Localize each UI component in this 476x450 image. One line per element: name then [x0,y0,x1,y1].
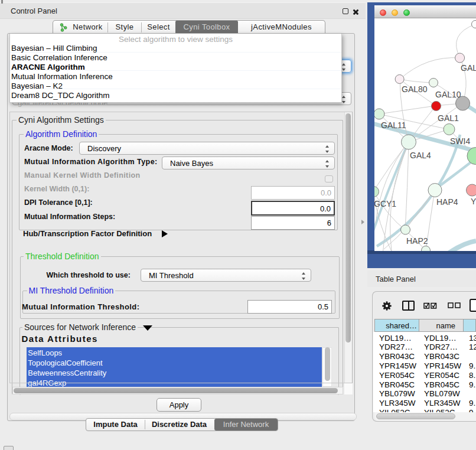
svg-text:GAL4: GAL4 [410,151,431,160]
svg-text:HAP2: HAP2 [406,236,428,246]
svg-text:HAP4: HAP4 [436,197,458,207]
svg-text:GAL80: GAL80 [402,84,428,94]
svg-text:GAL10: GAL10 [435,90,461,99]
svg-text:SWI4: SWI4 [450,136,470,146]
svg-text:GAL2: GAL2 [461,63,476,73]
svg-text:Y: Y [471,197,476,206]
svg-text:GAL1: GAL1 [438,113,459,123]
svg-text:GAL11: GAL11 [381,120,406,130]
svg-text:GCY1: GCY1 [374,199,396,208]
